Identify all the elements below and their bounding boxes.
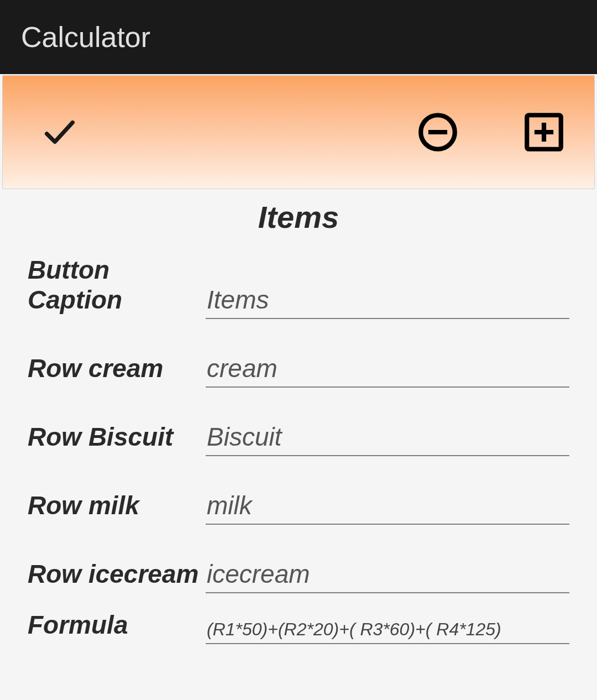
row-input[interactable] bbox=[206, 487, 569, 525]
toolbar-left bbox=[40, 113, 79, 152]
plus-square-icon bbox=[521, 109, 567, 155]
minus-circle-icon bbox=[415, 109, 460, 155]
app-header: Calculator bbox=[0, 0, 597, 74]
form-row-item: Row Biscuit bbox=[28, 419, 569, 456]
toolbar bbox=[2, 75, 595, 189]
row-label: Row icecream bbox=[28, 559, 206, 593]
form-row-button-caption: Button Caption bbox=[28, 255, 569, 319]
formula-input[interactable] bbox=[206, 616, 569, 644]
confirm-button[interactable] bbox=[40, 113, 79, 152]
row-label: Row Biscuit bbox=[28, 422, 206, 456]
check-icon bbox=[40, 113, 79, 152]
app-title: Calculator bbox=[21, 20, 150, 54]
row-label: Row cream bbox=[28, 353, 206, 388]
form-row-item: Row cream bbox=[28, 350, 569, 388]
row-label: Row milk bbox=[28, 490, 206, 525]
formula-label: Formula bbox=[28, 610, 206, 644]
section-title: Items bbox=[0, 199, 597, 235]
form-container: Button Caption Row cream Row Biscuit Row… bbox=[0, 255, 597, 644]
toolbar-right bbox=[415, 109, 567, 155]
remove-button[interactable] bbox=[415, 109, 460, 155]
form-row-item: Row milk bbox=[28, 487, 569, 525]
row-input[interactable] bbox=[206, 419, 569, 456]
button-caption-label: Button Caption bbox=[28, 255, 206, 319]
button-caption-input[interactable] bbox=[206, 281, 569, 319]
row-input[interactable] bbox=[206, 350, 569, 388]
form-row-formula: Formula bbox=[28, 610, 569, 644]
row-input[interactable] bbox=[206, 556, 569, 593]
add-button[interactable] bbox=[521, 109, 567, 155]
form-row-item: Row icecream bbox=[28, 556, 569, 593]
